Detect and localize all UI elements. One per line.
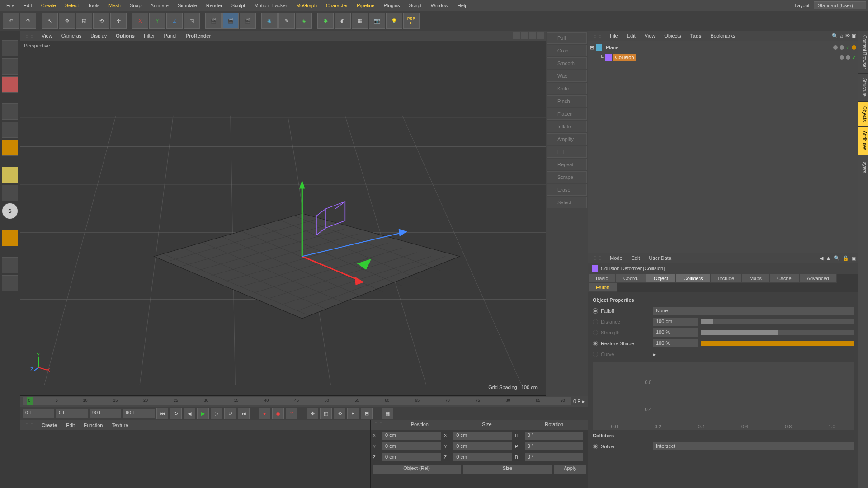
attr-tab-object[interactable]: Object [646, 274, 676, 283]
sculpt-flatten[interactable]: Flatten [547, 108, 587, 120]
psr-button[interactable]: PSR0 [403, 13, 420, 29]
viewport-3d[interactable]: Perspective [20, 41, 546, 396]
menu-simulate[interactable]: Simulate [173, 1, 202, 10]
light2-button[interactable]: 💡 [386, 13, 402, 29]
spline-button[interactable]: ✎ [278, 13, 295, 29]
point-mode-button[interactable] [2, 103, 18, 120]
mat-grip-icon[interactable]: ⋮⋮ [22, 422, 37, 428]
curve-editor[interactable]: 0.8 0.4 0.0 0.2 0.4 0.6 0.8 1.0 [593, 362, 854, 430]
check-icon-2[interactable]: ✓ [852, 55, 856, 61]
key-scale-button[interactable]: ◱ [320, 408, 332, 419]
record-button[interactable]: ● [259, 408, 270, 419]
vp-menu-prorender[interactable]: ProRender [181, 32, 216, 39]
tag-phong-icon[interactable] [852, 45, 856, 50]
mat-menu-function[interactable]: Function [79, 422, 107, 429]
sculpt-wax[interactable]: Wax [547, 70, 587, 82]
autokey-button[interactable]: ◉ [272, 408, 284, 419]
render-settings-button[interactable]: 🎬 [240, 13, 256, 29]
menu-file[interactable]: File [2, 1, 19, 10]
frame-start-field[interactable]: 0 F [23, 409, 54, 418]
menu-motiontracker[interactable]: Motion Tracker [250, 1, 292, 10]
attr-lock-icon[interactable]: 🔒 [843, 255, 849, 261]
keyhelp-button[interactable]: ? [286, 408, 297, 419]
size-z-input[interactable]: 0 cm [453, 453, 512, 461]
tree-label-plane[interactable]: Plane [604, 44, 620, 51]
edge-mode-button[interactable] [2, 122, 18, 138]
lastused-tool[interactable]: ✢ [110, 13, 127, 29]
attr-tab-maps[interactable]: Maps [742, 274, 769, 283]
obj-home-icon[interactable]: ⌂ [840, 33, 843, 39]
workplane-tool-button[interactable] [2, 230, 18, 246]
sculpt-fill[interactable]: Fill [547, 146, 587, 158]
obj-max-icon[interactable]: ▣ [852, 33, 856, 39]
timeline[interactable]: 0 5 10 15 20 25 30 35 40 45 50 55 60 65 … [20, 396, 588, 407]
check-icon[interactable]: ✓ [846, 45, 850, 51]
coord-size-dropdown[interactable]: Size [463, 465, 552, 474]
menu-select[interactable]: Select [61, 1, 84, 10]
object-tree[interactable]: ⊟ Plane ✓ └ Collis [588, 41, 858, 253]
vp-menu-filter[interactable]: Filter [139, 32, 159, 39]
camera-button[interactable]: ▦ [352, 13, 368, 29]
attr-grip-icon[interactable]: ⋮⋮ [590, 255, 605, 261]
mat-menu-texture[interactable]: Texture [107, 422, 132, 429]
undo-button[interactable]: ↶ [3, 13, 19, 29]
pos-x-input[interactable]: 0 cm [382, 432, 441, 440]
solver-radio[interactable] [593, 444, 598, 449]
sidetab-layers[interactable]: Layers [858, 155, 868, 178]
menu-sculpt[interactable]: Sculpt [227, 1, 250, 10]
coord-system-button[interactable]: ◳ [184, 13, 200, 29]
vp-menu-cameras[interactable]: Cameras [57, 32, 86, 39]
frame-max-field[interactable]: 90 F [90, 409, 121, 418]
axis-z-button[interactable]: Z [166, 13, 183, 29]
distance-slider[interactable] [701, 319, 854, 324]
light-button[interactable]: 📷 [369, 13, 385, 29]
texture-mode-button[interactable] [2, 58, 18, 75]
menu-render[interactable]: Render [202, 1, 227, 10]
goto-start-button[interactable]: ⏮ [156, 408, 168, 419]
coord-apply-button[interactable]: Apply [554, 465, 586, 474]
attr-tab-falloff[interactable]: Falloff [588, 283, 617, 292]
menu-tools[interactable]: Tools [83, 1, 104, 10]
strength-field[interactable]: 100 % [653, 328, 698, 337]
redo-button[interactable]: ↷ [20, 13, 36, 29]
obj-grip-icon[interactable]: ⋮⋮ [590, 33, 605, 39]
layout-dropdown[interactable]: Standard (User) [814, 1, 866, 9]
vp-menu-display[interactable]: Display [86, 32, 111, 39]
sculpt-scrape[interactable]: Scrape [547, 171, 587, 183]
timeline-end-stepper[interactable]: ▸ [582, 399, 585, 404]
tree-row-plane[interactable]: ⊟ Plane ✓ [590, 42, 856, 52]
vis-dot-3[interactable] [840, 55, 844, 60]
workplane-button[interactable] [2, 76, 18, 93]
sculpt-erase[interactable]: Erase [547, 184, 587, 196]
tree-expand-icon[interactable]: ⊟ [590, 45, 594, 51]
timeline-ruler[interactable]: 0 5 10 15 20 25 30 35 40 45 50 55 60 65 … [23, 397, 571, 405]
viewport-tool-button[interactable] [2, 185, 18, 201]
menu-create[interactable]: Create [37, 1, 61, 10]
vp-nav-icon3[interactable] [529, 32, 536, 39]
menu-window[interactable]: Window [426, 1, 453, 10]
vp-menu-view[interactable]: View [37, 32, 57, 39]
lock-tool-button[interactable] [2, 257, 18, 273]
sculpt-select[interactable]: Select [547, 197, 587, 208]
obj-eye-icon[interactable]: 👁 [845, 33, 850, 39]
key-pla-button[interactable]: ⊞ [361, 408, 373, 419]
attr-prev-icon[interactable]: ◀ [820, 255, 823, 261]
vp-menu-panel[interactable]: Panel [159, 32, 181, 39]
play-button[interactable]: ▶ [197, 408, 209, 419]
goto-end-button[interactable]: ⏭ [238, 408, 250, 419]
restore-field[interactable]: 100 % [653, 339, 698, 347]
sculpt-inflate[interactable]: Inflate [547, 121, 587, 132]
menu-mesh[interactable]: Mesh [104, 1, 125, 10]
sidetab-objects[interactable]: Objects [858, 102, 868, 127]
key-options-button[interactable]: ▦ [382, 408, 393, 419]
menu-edit[interactable]: Edit [19, 1, 37, 10]
cube-primitive-button[interactable]: ◉ [261, 13, 278, 29]
attr-menu-mode[interactable]: Mode [605, 254, 627, 262]
scale-tool[interactable]: ◱ [76, 13, 92, 29]
rot-b-input[interactable]: 0 ° [525, 453, 583, 461]
falloff-dropdown[interactable]: None [653, 307, 854, 315]
obj-menu-view[interactable]: View [640, 32, 660, 39]
solver-dropdown[interactable]: Intersect [653, 442, 854, 450]
environment-button[interactable]: ◐ [335, 13, 351, 29]
loop-button[interactable]: ↻ [170, 408, 182, 419]
